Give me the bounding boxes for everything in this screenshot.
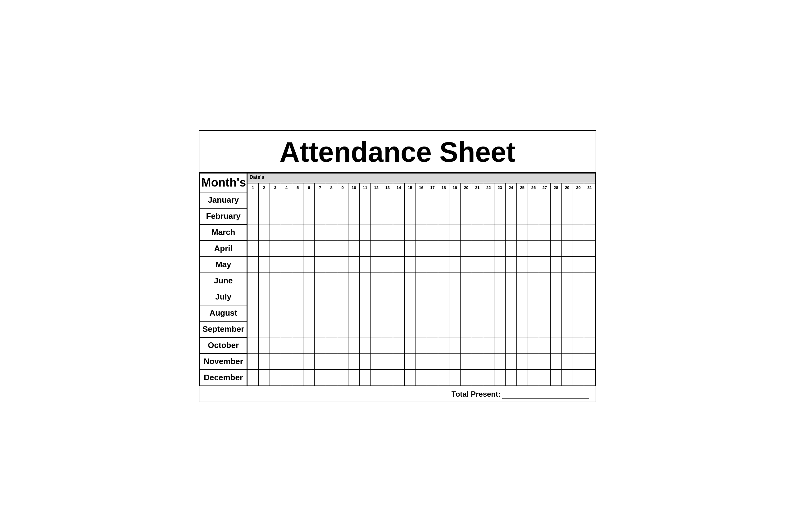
cell-december-27[interactable] [539, 370, 550, 386]
cell-july-7[interactable] [315, 289, 326, 305]
cell-march-30[interactable] [573, 224, 584, 241]
cell-march-31[interactable] [584, 224, 595, 241]
cell-november-11[interactable] [359, 354, 370, 370]
cell-january-28[interactable] [550, 192, 561, 208]
cell-may-20[interactable] [461, 257, 472, 273]
cell-december-23[interactable] [494, 370, 505, 386]
cell-may-19[interactable] [449, 257, 461, 273]
cell-february-4[interactable] [281, 208, 292, 224]
cell-january-29[interactable] [561, 192, 573, 208]
cell-december-12[interactable] [371, 370, 382, 386]
cell-april-11[interactable] [359, 241, 370, 257]
cell-october-2[interactable] [258, 337, 270, 354]
cell-november-6[interactable] [303, 354, 315, 370]
cell-november-1[interactable] [247, 354, 258, 370]
cell-may-12[interactable] [371, 257, 382, 273]
cell-july-29[interactable] [561, 289, 573, 305]
cell-july-10[interactable] [348, 289, 359, 305]
cell-july-1[interactable] [247, 289, 258, 305]
cell-march-24[interactable] [505, 224, 517, 241]
cell-january-21[interactable] [472, 192, 483, 208]
cell-july-5[interactable] [292, 289, 303, 305]
cell-august-9[interactable] [337, 305, 348, 321]
cell-may-24[interactable] [505, 257, 517, 273]
cell-april-23[interactable] [494, 241, 505, 257]
cell-june-26[interactable] [528, 273, 539, 289]
cell-october-5[interactable] [292, 337, 303, 354]
cell-may-14[interactable] [393, 257, 404, 273]
cell-january-18[interactable] [438, 192, 449, 208]
cell-june-23[interactable] [494, 273, 505, 289]
cell-june-19[interactable] [449, 273, 461, 289]
cell-march-15[interactable] [404, 224, 415, 241]
cell-may-3[interactable] [270, 257, 281, 273]
cell-january-23[interactable] [494, 192, 505, 208]
cell-october-27[interactable] [539, 337, 550, 354]
cell-june-16[interactable] [415, 273, 427, 289]
cell-august-24[interactable] [505, 305, 517, 321]
cell-march-2[interactable] [258, 224, 270, 241]
cell-august-6[interactable] [303, 305, 315, 321]
cell-november-28[interactable] [550, 354, 561, 370]
cell-december-22[interactable] [483, 370, 494, 386]
cell-february-27[interactable] [539, 208, 550, 224]
cell-december-16[interactable] [415, 370, 427, 386]
cell-july-16[interactable] [415, 289, 427, 305]
cell-august-12[interactable] [371, 305, 382, 321]
cell-january-17[interactable] [427, 192, 438, 208]
cell-october-10[interactable] [348, 337, 359, 354]
cell-september-16[interactable] [415, 321, 427, 337]
cell-april-6[interactable] [303, 241, 315, 257]
cell-june-13[interactable] [382, 273, 393, 289]
cell-september-7[interactable] [315, 321, 326, 337]
cell-october-12[interactable] [371, 337, 382, 354]
cell-july-31[interactable] [584, 289, 595, 305]
cell-february-19[interactable] [449, 208, 461, 224]
cell-march-22[interactable] [483, 224, 494, 241]
cell-february-1[interactable] [247, 208, 258, 224]
cell-october-3[interactable] [270, 337, 281, 354]
cell-september-20[interactable] [461, 321, 472, 337]
cell-may-27[interactable] [539, 257, 550, 273]
cell-january-5[interactable] [292, 192, 303, 208]
cell-march-25[interactable] [517, 224, 528, 241]
cell-november-29[interactable] [561, 354, 573, 370]
cell-july-2[interactable] [258, 289, 270, 305]
cell-august-13[interactable] [382, 305, 393, 321]
cell-july-3[interactable] [270, 289, 281, 305]
cell-december-30[interactable] [573, 370, 584, 386]
cell-august-26[interactable] [528, 305, 539, 321]
cell-october-19[interactable] [449, 337, 461, 354]
cell-january-30[interactable] [573, 192, 584, 208]
cell-january-1[interactable] [247, 192, 258, 208]
cell-july-23[interactable] [494, 289, 505, 305]
cell-july-13[interactable] [382, 289, 393, 305]
cell-december-17[interactable] [427, 370, 438, 386]
cell-may-2[interactable] [258, 257, 270, 273]
cell-june-25[interactable] [517, 273, 528, 289]
cell-august-3[interactable] [270, 305, 281, 321]
cell-november-24[interactable] [505, 354, 517, 370]
cell-august-27[interactable] [539, 305, 550, 321]
cell-october-25[interactable] [517, 337, 528, 354]
cell-may-13[interactable] [382, 257, 393, 273]
cell-february-7[interactable] [315, 208, 326, 224]
cell-october-11[interactable] [359, 337, 370, 354]
cell-april-26[interactable] [528, 241, 539, 257]
cell-april-22[interactable] [483, 241, 494, 257]
cell-february-11[interactable] [359, 208, 370, 224]
cell-september-6[interactable] [303, 321, 315, 337]
cell-july-18[interactable] [438, 289, 449, 305]
cell-january-6[interactable] [303, 192, 315, 208]
cell-january-3[interactable] [270, 192, 281, 208]
cell-july-30[interactable] [573, 289, 584, 305]
cell-september-23[interactable] [494, 321, 505, 337]
cell-april-15[interactable] [404, 241, 415, 257]
cell-march-8[interactable] [326, 224, 337, 241]
cell-july-22[interactable] [483, 289, 494, 305]
cell-december-8[interactable] [326, 370, 337, 386]
cell-december-11[interactable] [359, 370, 370, 386]
cell-august-30[interactable] [573, 305, 584, 321]
cell-june-5[interactable] [292, 273, 303, 289]
cell-october-30[interactable] [573, 337, 584, 354]
